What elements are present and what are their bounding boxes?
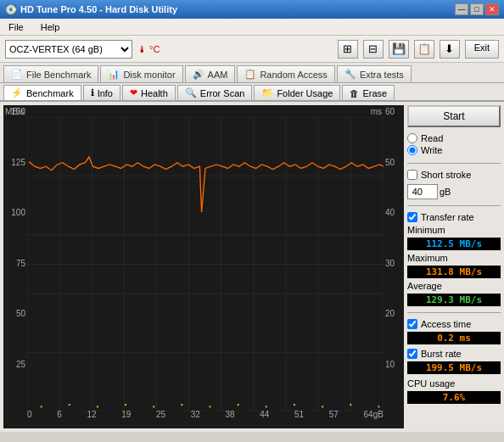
y-left-0: 150 [3,107,27,116]
random-icon: 📋 [244,69,256,80]
y-left-3: 75 [3,259,27,268]
window-title: HD Tune Pro 4.50 - Hard Disk Utility [20,4,177,14]
short-stroke-checkbox[interactable] [407,170,417,180]
temp-unit: °C [149,44,160,54]
tab-erase[interactable]: 🗑 Erase [342,85,395,100]
minimum-value: 112.5 MB/s [407,238,501,250]
transfer-rate-label: Transfer rate [421,212,474,222]
svg-point-22 [125,404,126,406]
toolbar-btn-down[interactable]: ⬇ [440,40,460,59]
close-button[interactable]: ✕ [485,3,499,15]
svg-point-23 [153,406,154,407]
svg-point-29 [322,406,323,407]
x-label-3: 19 [121,410,131,419]
extra-icon: 🔧 [344,69,356,80]
x-axis: 0 6 12 19 25 32 38 44 51 57 64gB [27,410,384,427]
y-left-1: 125 [3,158,27,167]
y-right-2: 40 [384,208,404,217]
cpu-usage-group: CPU usage 7.6% [407,378,501,404]
y-left-5: 25 [3,360,27,369]
x-label-7: 44 [260,410,269,419]
tab-aam[interactable]: 🔊 AAM [185,65,236,82]
svg-point-30 [350,404,351,406]
cpu-usage-value: 7.6% [407,391,501,404]
maximum-label: Maximum [407,253,501,263]
tab-random-access[interactable]: 📋 Random Access [237,65,334,82]
app-icon: 💽 [5,4,17,15]
folder-icon: 📁 [261,87,273,98]
tab-file-benchmark[interactable]: 📄 File Benchmark [3,65,98,82]
tab-benchmark[interactable]: ⚡ Benchmark [3,85,81,100]
chart-area: MB/s ms 150 125 100 75 50 25 60 50 40 30… [3,105,404,428]
maximum-value: 131.8 MB/s [407,266,501,278]
access-time-label: Access time [421,319,471,329]
menu-bar: File Help [0,19,504,36]
file-icon: 📄 [11,69,23,80]
right-panel: Start Read Write Short stroke gB [407,105,501,428]
main-content: MB/s ms 150 125 100 75 50 25 60 50 40 30… [0,102,504,432]
svg-point-31 [378,406,379,407]
divider-3 [407,312,501,313]
toolbar: OCZ-VERTEX (64 gB) 🌡 °C ⊞ ⊟ 💾 📋 ⬇ Exit [0,36,504,63]
toolbar-btn-save[interactable]: 💾 [389,40,409,59]
transfer-rate-group: Transfer rate Minimum 112.5 MB/s Maximum… [407,212,501,306]
svg-point-19 [40,406,42,407]
x-label-4: 25 [156,410,165,419]
temperature-indicator: 🌡 °C [137,44,160,54]
exit-button[interactable]: Exit [465,40,499,59]
y-right-1: 50 [384,158,404,167]
y-right-4: 20 [384,309,404,318]
access-time-group: Access time 0.2 ms [407,319,501,344]
start-button[interactable]: Start [407,105,501,127]
short-stroke-label: Short stroke [421,170,471,180]
tab-health[interactable]: ❤ Health [122,85,176,100]
gb-spinbox[interactable] [407,184,438,199]
ms-label: ms [371,107,382,116]
chart-svg [27,117,384,411]
health-icon: ❤ [130,87,137,98]
transfer-rate-checkbox[interactable] [407,212,417,222]
minimize-button[interactable]: — [455,3,468,15]
y-left-4: 50 [3,309,27,318]
burst-rate-group: Burst rate 199.5 MB/s [407,349,501,374]
toolbar-btn-copy[interactable]: 📋 [414,40,434,59]
menu-help[interactable]: Help [36,21,65,33]
drive-selector[interactable]: OCZ-VERTEX (64 gB) [5,40,132,59]
x-label-9: 57 [329,410,339,419]
burst-rate-label: Burst rate [421,349,462,359]
read-write-group: Read Write [407,131,501,157]
minimum-label: Minimum [407,225,501,235]
inner-tab-bar: ⚡ Benchmark ℹ Info ❤ Health 🔍 Error Scan… [0,83,504,102]
x-label-8: 51 [294,410,304,419]
write-radio[interactable] [407,145,417,155]
scan-icon: 🔍 [185,87,197,98]
access-time-checkbox[interactable] [407,319,417,329]
average-value: 129.3 MB/s [407,294,501,306]
tab-info[interactable]: ℹ Info [83,85,120,100]
tab-folder-usage[interactable]: 📁 Folder Usage [254,85,340,100]
short-stroke-row: Short stroke [407,170,501,180]
toolbar-btn-1[interactable]: ⊞ [338,40,358,59]
burst-rate-checkbox[interactable] [407,349,417,359]
y-axis-right: 60 50 40 30 20 10 [384,105,404,411]
y-left-2: 100 [3,208,27,217]
tab-disk-monitor[interactable]: 📊 Disk monitor [100,65,182,82]
tab-extra-tests[interactable]: 🔧 Extra tests [337,65,412,82]
svg-point-28 [294,404,295,406]
divider-2 [407,205,501,206]
access-time-value: 0.2 ms [407,332,501,344]
svg-point-25 [209,406,210,407]
tab-error-scan[interactable]: 🔍 Error Scan [177,85,253,100]
svg-point-20 [69,404,70,406]
menu-file[interactable]: File [3,21,29,33]
sound-icon: 🔊 [193,69,204,80]
toolbar-btn-2[interactable]: ⊟ [363,40,384,59]
svg-point-27 [266,406,267,407]
read-radio[interactable] [407,133,417,143]
svg-point-24 [181,404,182,406]
erase-icon: 🗑 [350,88,359,98]
thermometer-icon: 🌡 [137,44,147,54]
svg-point-26 [238,404,239,406]
maximize-button[interactable]: □ [470,3,484,15]
y-right-5: 10 [384,360,404,369]
